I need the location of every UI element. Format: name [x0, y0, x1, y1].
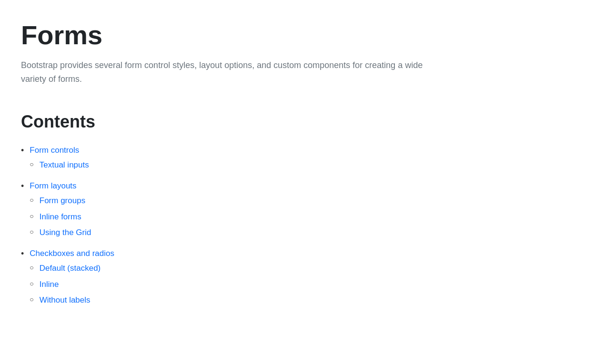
list-item-form-groups: ○ Form groups — [30, 195, 91, 207]
list-item-default-stacked: ○ Default (stacked) — [30, 262, 114, 275]
link-form-layouts[interactable]: Form layouts — [30, 181, 76, 190]
bullet-icon: • — [21, 180, 24, 193]
list-item-without-labels: ○ Without labels — [30, 294, 114, 306]
sub-list-form-layouts: ○ Form groups ○ Inline forms ○ Using the… — [30, 195, 91, 239]
list-item-inline-forms: ○ Inline forms — [30, 211, 91, 223]
link-inline-forms[interactable]: Inline forms — [40, 211, 81, 223]
link-using-the-grid[interactable]: Using the Grid — [40, 226, 91, 239]
sub-list-checkboxes-and-radios: ○ Default (stacked) ○ Inline ○ Without l… — [30, 262, 114, 306]
link-without-labels[interactable]: Without labels — [40, 294, 90, 306]
open-bullet-icon: ○ — [30, 294, 33, 305]
link-checkboxes-and-radios[interactable]: Checkboxes and radios — [30, 249, 114, 258]
open-bullet-icon: ○ — [30, 159, 33, 170]
list-item-inline: ○ Inline — [30, 278, 114, 291]
contents-list: • Form controls ○ Textual inputs • Form … — [21, 144, 581, 310]
list-item-form-controls: • Form controls ○ Textual inputs — [21, 144, 581, 175]
bullet-icon: • — [21, 144, 24, 157]
link-default-stacked[interactable]: Default (stacked) — [40, 262, 101, 275]
link-form-controls[interactable]: Form controls — [30, 146, 79, 155]
page-title: Forms — [21, 19, 581, 51]
list-item-textual-inputs: ○ Textual inputs — [30, 159, 89, 171]
open-bullet-icon: ○ — [30, 278, 33, 290]
bullet-icon: • — [21, 247, 24, 260]
open-bullet-icon: ○ — [30, 195, 33, 206]
link-textual-inputs[interactable]: Textual inputs — [40, 159, 89, 171]
list-item-form-layouts: • Form layouts ○ Form groups ○ Inline fo… — [21, 180, 581, 243]
link-form-groups[interactable]: Form groups — [40, 195, 85, 207]
open-bullet-icon: ○ — [30, 211, 33, 222]
open-bullet-icon: ○ — [30, 262, 33, 274]
open-bullet-icon: ○ — [30, 226, 33, 238]
list-item-using-the-grid: ○ Using the Grid — [30, 226, 91, 239]
sub-list-form-controls: ○ Textual inputs — [30, 159, 89, 171]
list-item-checkboxes-and-radios: • Checkboxes and radios ○ Default (stack… — [21, 247, 581, 310]
page-description: Bootstrap provides several form control … — [21, 59, 450, 86]
contents-heading: Contents — [21, 109, 581, 135]
link-inline[interactable]: Inline — [40, 278, 59, 291]
